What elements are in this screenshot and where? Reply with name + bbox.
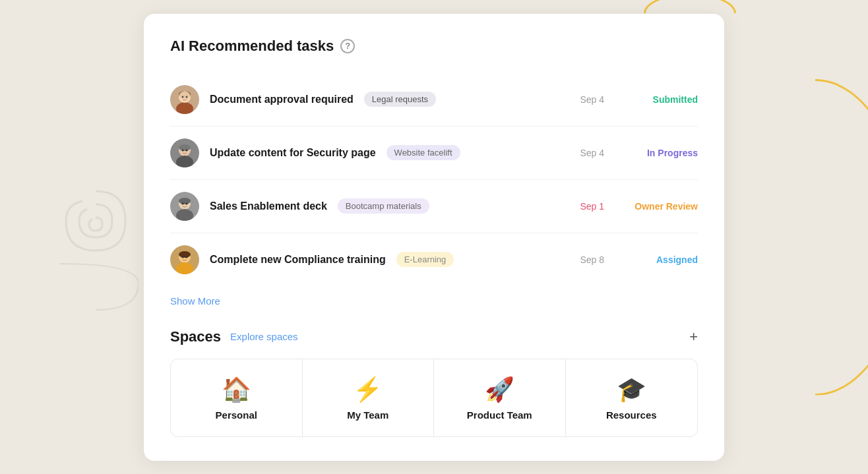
task-avatar [170, 85, 199, 114]
svg-point-23 [182, 256, 184, 258]
task-status: Owner Review [625, 201, 698, 212]
space-item-my-team[interactable]: ⚡ My Team [303, 359, 435, 436]
task-status: Submitted [625, 94, 698, 105]
svg-point-22 [179, 251, 191, 258]
task-name: Complete new Compliance training [210, 254, 386, 266]
task-name: Document approval required [210, 94, 354, 105]
task-status: Assigned [625, 254, 698, 265]
spaces-header: Spaces Explore spaces + [170, 328, 698, 345]
task-tag: Bootcamp materials [338, 198, 429, 214]
space-item-personal[interactable]: 🏠 Personal [171, 359, 303, 436]
explore-spaces-link[interactable]: Explore spaces [230, 331, 298, 342]
task-list: Document approval required Legal request… [170, 73, 698, 286]
svg-point-10 [179, 144, 191, 151]
task-tag: E-Learning [396, 252, 454, 267]
svg-point-6 [186, 96, 188, 98]
space-icon: 🏠 [222, 378, 251, 401]
show-more-button[interactable]: Show More [170, 295, 220, 307]
svg-point-12 [186, 149, 188, 151]
help-icon[interactable]: ? [340, 39, 355, 53]
section-title-text: AI Recommended tasks [170, 38, 334, 55]
space-item-resources[interactable]: 🎓 Resources [566, 359, 698, 436]
task-date: Sep 4 [580, 148, 604, 158]
svg-point-17 [182, 202, 184, 204]
svg-point-18 [186, 202, 188, 204]
space-item-product-team[interactable]: 🚀 Product Team [434, 359, 566, 436]
svg-point-11 [182, 149, 184, 151]
spaces-title: Spaces [170, 328, 221, 345]
task-row[interactable]: Sales Enablement deck Bootcamp materials… [170, 180, 698, 233]
svg-point-16 [179, 198, 191, 204]
section-header: AI Recommended tasks ? [170, 38, 698, 55]
space-icon: 🚀 [485, 378, 514, 401]
task-avatar [170, 192, 199, 221]
task-avatar [170, 138, 199, 167]
task-avatar [170, 245, 199, 274]
task-tag: Legal requests [364, 92, 436, 107]
space-label: Personal [216, 409, 257, 421]
task-name: Update content for Security page [210, 147, 376, 159]
task-row[interactable]: Complete new Compliance training E-Learn… [170, 233, 698, 286]
add-space-button[interactable]: + [689, 330, 698, 344]
space-label: My Team [347, 409, 388, 421]
task-date: Sep 1 [580, 201, 604, 212]
task-name: Sales Enablement deck [210, 200, 327, 212]
space-label: Resources [606, 409, 657, 421]
main-card: AI Recommended tasks ? Document approval… [144, 14, 724, 461]
svg-point-5 [182, 96, 184, 98]
space-icon: ⚡ [353, 378, 383, 401]
task-row[interactable]: Update content for Security page Website… [170, 127, 698, 180]
task-tag: Website facelift [387, 145, 460, 160]
task-row[interactable]: Document approval required Legal request… [170, 73, 698, 127]
bg-spiral-decoration [53, 185, 139, 316]
space-icon: 🎓 [617, 378, 646, 401]
svg-point-24 [186, 256, 188, 258]
space-label: Product Team [467, 409, 532, 421]
task-date: Sep 4 [580, 94, 604, 105]
svg-point-4 [179, 91, 191, 103]
bg-circle-decoration [723, 79, 868, 396]
spaces-grid: 🏠 Personal ⚡ My Team 🚀 Product Team 🎓 Re… [170, 359, 698, 437]
task-status: In Progress [625, 148, 698, 158]
task-date: Sep 8 [580, 254, 604, 265]
